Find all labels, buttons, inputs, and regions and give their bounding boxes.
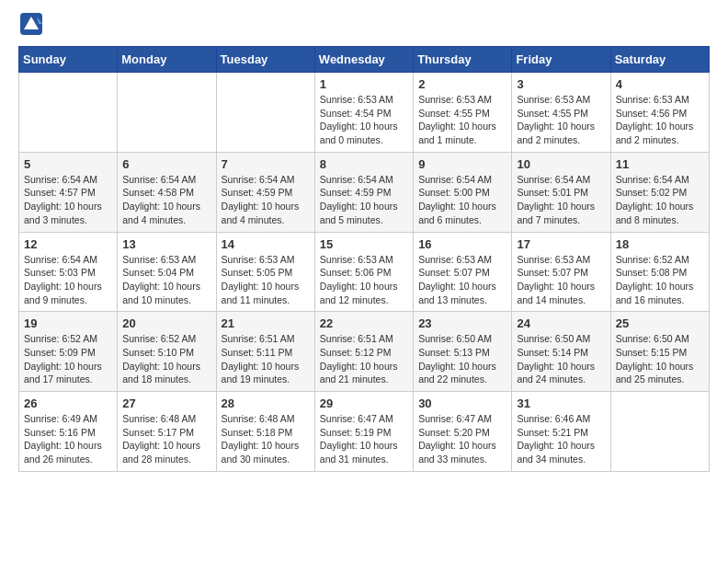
day-info: Sunrise: 6:54 AM Sunset: 4:59 PM Dayligh… — [222, 173, 310, 227]
day-info: Sunrise: 6:53 AM Sunset: 4:56 PM Dayligh… — [616, 93, 704, 147]
day-info: Sunrise: 6:53 AM Sunset: 5:06 PM Dayligh… — [320, 253, 408, 307]
day-number: 25 — [616, 316, 704, 330]
day-cell — [118, 73, 216, 153]
day-info: Sunrise: 6:47 AM Sunset: 5:19 PM Dayligh… — [320, 412, 408, 466]
week-row-2: 5Sunrise: 6:54 AM Sunset: 4:57 PM Daylig… — [19, 152, 710, 232]
day-cell: 16Sunrise: 6:53 AM Sunset: 5:07 PM Dayli… — [414, 232, 512, 312]
day-info: Sunrise: 6:46 AM Sunset: 5:21 PM Dayligh… — [517, 412, 605, 466]
header — [18, 15, 710, 37]
day-info: Sunrise: 6:52 AM Sunset: 5:10 PM Dayligh… — [122, 332, 210, 386]
weekday-friday: Friday — [512, 47, 610, 73]
day-info: Sunrise: 6:50 AM Sunset: 5:13 PM Dayligh… — [418, 332, 506, 386]
day-number: 30 — [418, 396, 506, 410]
day-info: Sunrise: 6:51 AM Sunset: 5:11 PM Dayligh… — [222, 332, 310, 386]
day-cell: 29Sunrise: 6:47 AM Sunset: 5:19 PM Dayli… — [314, 392, 413, 472]
day-info: Sunrise: 6:53 AM Sunset: 5:07 PM Dayligh… — [517, 253, 605, 307]
day-cell: 1Sunrise: 6:53 AM Sunset: 4:54 PM Daylig… — [314, 73, 413, 153]
day-info: Sunrise: 6:53 AM Sunset: 5:05 PM Dayligh… — [222, 253, 310, 307]
week-row-3: 12Sunrise: 6:54 AM Sunset: 5:03 PM Dayli… — [19, 232, 710, 312]
day-number: 19 — [24, 316, 112, 330]
weekday-sunday: Sunday — [19, 47, 118, 73]
day-info: Sunrise: 6:53 AM Sunset: 4:54 PM Dayligh… — [320, 93, 408, 147]
day-info: Sunrise: 6:49 AM Sunset: 5:16 PM Dayligh… — [24, 412, 112, 466]
day-cell: 4Sunrise: 6:53 AM Sunset: 4:56 PM Daylig… — [610, 73, 709, 153]
day-cell: 8Sunrise: 6:54 AM Sunset: 4:59 PM Daylig… — [314, 152, 413, 232]
day-cell: 17Sunrise: 6:53 AM Sunset: 5:07 PM Dayli… — [512, 232, 610, 312]
weekday-saturday: Saturday — [610, 47, 709, 73]
day-cell: 30Sunrise: 6:47 AM Sunset: 5:20 PM Dayli… — [414, 392, 512, 472]
day-number: 6 — [122, 157, 210, 171]
day-number: 31 — [517, 396, 605, 410]
day-cell: 22Sunrise: 6:51 AM Sunset: 5:12 PM Dayli… — [314, 312, 413, 392]
day-number: 10 — [517, 157, 605, 171]
day-cell: 27Sunrise: 6:48 AM Sunset: 5:17 PM Dayli… — [118, 392, 216, 472]
day-cell: 25Sunrise: 6:50 AM Sunset: 5:15 PM Dayli… — [610, 312, 709, 392]
day-number: 4 — [616, 77, 704, 91]
weekday-wednesday: Wednesday — [314, 47, 413, 73]
week-row-5: 26Sunrise: 6:49 AM Sunset: 5:16 PM Dayli… — [19, 392, 710, 472]
day-cell: 11Sunrise: 6:54 AM Sunset: 5:02 PM Dayli… — [610, 152, 709, 232]
day-info: Sunrise: 6:52 AM Sunset: 5:08 PM Dayligh… — [616, 253, 704, 307]
day-cell — [610, 392, 709, 472]
day-cell: 6Sunrise: 6:54 AM Sunset: 4:58 PM Daylig… — [118, 152, 216, 232]
day-number: 23 — [418, 316, 506, 330]
day-number: 28 — [222, 396, 310, 410]
weekday-header-row: SundayMondayTuesdayWednesdayThursdayFrid… — [19, 47, 710, 73]
day-cell: 12Sunrise: 6:54 AM Sunset: 5:03 PM Dayli… — [19, 232, 118, 312]
day-number: 7 — [222, 157, 310, 171]
day-cell: 10Sunrise: 6:54 AM Sunset: 5:01 PM Dayli… — [512, 152, 610, 232]
day-info: Sunrise: 6:51 AM Sunset: 5:12 PM Dayligh… — [320, 332, 408, 386]
day-info: Sunrise: 6:54 AM Sunset: 4:59 PM Dayligh… — [320, 173, 408, 227]
day-number: 27 — [122, 396, 210, 410]
weekday-tuesday: Tuesday — [216, 47, 314, 73]
logo — [18, 15, 46, 37]
day-number: 9 — [418, 157, 506, 171]
day-cell: 15Sunrise: 6:53 AM Sunset: 5:06 PM Dayli… — [314, 232, 413, 312]
day-cell: 5Sunrise: 6:54 AM Sunset: 4:57 PM Daylig… — [19, 152, 118, 232]
day-cell: 3Sunrise: 6:53 AM Sunset: 4:55 PM Daylig… — [512, 73, 610, 153]
day-cell: 31Sunrise: 6:46 AM Sunset: 5:21 PM Dayli… — [512, 392, 610, 472]
day-info: Sunrise: 6:53 AM Sunset: 4:55 PM Dayligh… — [517, 93, 605, 147]
day-info: Sunrise: 6:48 AM Sunset: 5:17 PM Dayligh… — [122, 412, 210, 466]
day-number: 17 — [517, 237, 605, 251]
day-cell — [19, 73, 118, 153]
day-number: 14 — [222, 237, 310, 251]
day-number: 16 — [418, 237, 506, 251]
day-info: Sunrise: 6:53 AM Sunset: 5:04 PM Dayligh… — [122, 253, 210, 307]
weekday-thursday: Thursday — [414, 47, 512, 73]
day-number: 18 — [616, 237, 704, 251]
day-number: 1 — [320, 77, 408, 91]
day-cell: 9Sunrise: 6:54 AM Sunset: 5:00 PM Daylig… — [414, 152, 512, 232]
day-cell: 21Sunrise: 6:51 AM Sunset: 5:11 PM Dayli… — [216, 312, 314, 392]
calendar-page: SundayMondayTuesdayWednesdayThursdayFrid… — [0, 0, 728, 487]
day-info: Sunrise: 6:47 AM Sunset: 5:20 PM Dayligh… — [418, 412, 506, 466]
day-info: Sunrise: 6:52 AM Sunset: 5:09 PM Dayligh… — [24, 332, 112, 386]
day-number: 26 — [24, 396, 112, 410]
day-cell: 13Sunrise: 6:53 AM Sunset: 5:04 PM Dayli… — [118, 232, 216, 312]
day-info: Sunrise: 6:53 AM Sunset: 4:55 PM Dayligh… — [418, 93, 506, 147]
calendar-table: SundayMondayTuesdayWednesdayThursdayFrid… — [18, 46, 710, 472]
day-number: 29 — [320, 396, 408, 410]
day-number: 22 — [320, 316, 408, 330]
day-cell: 26Sunrise: 6:49 AM Sunset: 5:16 PM Dayli… — [19, 392, 118, 472]
day-number: 13 — [122, 237, 210, 251]
day-info: Sunrise: 6:54 AM Sunset: 5:02 PM Dayligh… — [616, 173, 704, 227]
day-cell: 23Sunrise: 6:50 AM Sunset: 5:13 PM Dayli… — [414, 312, 512, 392]
day-cell — [216, 73, 314, 153]
week-row-4: 19Sunrise: 6:52 AM Sunset: 5:09 PM Dayli… — [19, 312, 710, 392]
day-info: Sunrise: 6:50 AM Sunset: 5:14 PM Dayligh… — [517, 332, 605, 386]
week-row-1: 1Sunrise: 6:53 AM Sunset: 4:54 PM Daylig… — [19, 73, 710, 153]
day-number: 11 — [616, 157, 704, 171]
day-info: Sunrise: 6:54 AM Sunset: 5:01 PM Dayligh… — [517, 173, 605, 227]
day-number: 8 — [320, 157, 408, 171]
weekday-monday: Monday — [118, 47, 216, 73]
day-cell: 24Sunrise: 6:50 AM Sunset: 5:14 PM Dayli… — [512, 312, 610, 392]
day-cell: 20Sunrise: 6:52 AM Sunset: 5:10 PM Dayli… — [118, 312, 216, 392]
day-cell: 19Sunrise: 6:52 AM Sunset: 5:09 PM Dayli… — [19, 312, 118, 392]
day-info: Sunrise: 6:54 AM Sunset: 4:58 PM Dayligh… — [122, 173, 210, 227]
day-number: 2 — [418, 77, 506, 91]
day-info: Sunrise: 6:48 AM Sunset: 5:18 PM Dayligh… — [222, 412, 310, 466]
day-number: 24 — [517, 316, 605, 330]
day-number: 20 — [122, 316, 210, 330]
day-cell: 2Sunrise: 6:53 AM Sunset: 4:55 PM Daylig… — [414, 73, 512, 153]
